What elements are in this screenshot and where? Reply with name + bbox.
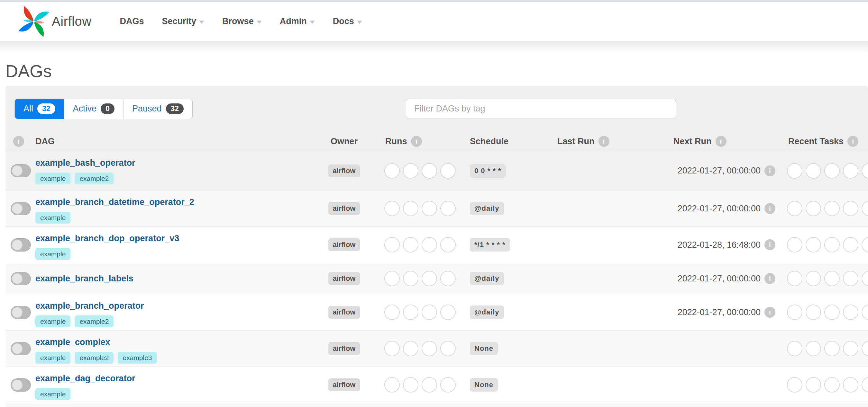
run-status-circle[interactable] bbox=[384, 237, 400, 252]
pause-toggle[interactable] bbox=[10, 272, 31, 285]
nav-item-security[interactable]: Security bbox=[162, 16, 205, 26]
column-header-owner[interactable]: Owner bbox=[321, 132, 367, 151]
run-status-circle[interactable] bbox=[403, 305, 418, 320]
run-status-circle[interactable] bbox=[422, 377, 437, 393]
run-status-circle[interactable] bbox=[403, 163, 418, 179]
recent-task-circle[interactable] bbox=[862, 341, 868, 356]
nav-item-dags[interactable]: DAGs bbox=[120, 16, 144, 26]
recent-task-circle[interactable] bbox=[843, 271, 858, 286]
column-header-dag[interactable]: DAG bbox=[34, 132, 321, 151]
nav-item-browse[interactable]: Browse bbox=[222, 16, 262, 26]
recent-task-circle[interactable] bbox=[787, 237, 802, 252]
dag-link[interactable]: example_branch_dop_operator_v3 bbox=[35, 233, 179, 243]
recent-task-circle[interactable] bbox=[862, 305, 868, 320]
dag-tag[interactable]: example2 bbox=[74, 352, 114, 364]
dag-link[interactable]: example_branch_operator bbox=[35, 301, 144, 311]
recent-task-circle[interactable] bbox=[862, 201, 868, 216]
run-status-circle[interactable] bbox=[422, 163, 437, 179]
dag-tag[interactable]: example bbox=[35, 172, 70, 184]
recent-task-circle[interactable] bbox=[843, 237, 858, 252]
recent-task-circle[interactable] bbox=[824, 377, 840, 393]
pause-toggle[interactable] bbox=[10, 238, 31, 251]
recent-task-circle[interactable] bbox=[787, 201, 802, 216]
dag-link[interactable]: example_complex bbox=[35, 337, 110, 347]
run-status-circle[interactable] bbox=[440, 163, 456, 179]
run-status-circle[interactable] bbox=[440, 271, 456, 286]
column-header-schedule[interactable]: Schedule bbox=[463, 132, 547, 151]
recent-task-circle[interactable] bbox=[843, 163, 858, 179]
run-status-circle[interactable] bbox=[440, 377, 456, 393]
recent-task-circle[interactable] bbox=[843, 377, 858, 393]
recent-task-circle[interactable] bbox=[824, 305, 840, 320]
recent-task-circle[interactable] bbox=[787, 271, 802, 286]
run-status-circle[interactable] bbox=[422, 305, 437, 320]
dag-link[interactable]: example_branch_datetime_operator_2 bbox=[35, 197, 194, 207]
nav-item-docs[interactable]: Docs bbox=[333, 16, 362, 26]
pause-toggle[interactable] bbox=[10, 164, 31, 177]
recent-task-circle[interactable] bbox=[862, 377, 868, 393]
run-status-circle[interactable] bbox=[403, 377, 418, 393]
run-status-circle[interactable] bbox=[384, 271, 400, 286]
run-status-circle[interactable] bbox=[440, 305, 456, 320]
dag-tag[interactable]: example3 bbox=[118, 352, 157, 364]
recent-task-circle[interactable] bbox=[824, 271, 840, 286]
run-status-circle[interactable] bbox=[403, 201, 418, 216]
recent-task-circle[interactable] bbox=[862, 163, 868, 179]
run-status-circle[interactable] bbox=[403, 341, 418, 356]
run-status-circle[interactable] bbox=[422, 271, 437, 286]
run-status-circle[interactable] bbox=[384, 377, 400, 393]
recent-task-circle[interactable] bbox=[806, 271, 821, 286]
dag-link[interactable]: example_bash_operator bbox=[35, 158, 135, 168]
pause-toggle[interactable] bbox=[10, 306, 31, 319]
airflow-logo[interactable]: Airflow bbox=[18, 5, 92, 38]
recent-task-circle[interactable] bbox=[787, 305, 802, 320]
run-status-circle[interactable] bbox=[384, 163, 400, 179]
recent-task-circle[interactable] bbox=[806, 237, 821, 252]
run-status-circle[interactable] bbox=[440, 341, 456, 356]
dag-tag[interactable]: example2 bbox=[74, 172, 114, 184]
recent-task-circle[interactable] bbox=[824, 201, 840, 216]
nav-item-admin[interactable]: Admin bbox=[280, 16, 315, 26]
recent-task-circle[interactable] bbox=[862, 237, 868, 252]
dag-tag[interactable]: example bbox=[35, 248, 70, 260]
run-status-circle[interactable] bbox=[440, 237, 456, 252]
dag-link[interactable]: example_dag_decorator bbox=[35, 373, 135, 383]
dag-tag[interactable]: example bbox=[35, 212, 70, 224]
recent-task-circle[interactable] bbox=[843, 305, 858, 320]
run-status-circle[interactable] bbox=[440, 201, 456, 216]
recent-task-circle[interactable] bbox=[806, 377, 821, 393]
run-status-circle[interactable] bbox=[422, 201, 437, 216]
recent-task-circle[interactable] bbox=[824, 237, 840, 252]
tab-active[interactable]: Active 0 bbox=[64, 99, 123, 119]
run-status-circle[interactable] bbox=[384, 201, 400, 216]
run-status-circle[interactable] bbox=[384, 341, 400, 356]
recent-task-circle[interactable] bbox=[824, 341, 840, 356]
recent-task-circle[interactable] bbox=[806, 341, 821, 356]
run-status-circle[interactable] bbox=[422, 237, 437, 252]
recent-task-circle[interactable] bbox=[843, 201, 858, 216]
run-status-circle[interactable] bbox=[384, 305, 400, 320]
recent-task-circle[interactable] bbox=[787, 341, 802, 356]
pause-toggle[interactable] bbox=[10, 202, 31, 215]
filter-dags-by-tag-input[interactable] bbox=[406, 99, 676, 119]
tab-all[interactable]: All 32 bbox=[15, 99, 64, 119]
dag-tag[interactable]: example bbox=[35, 315, 70, 327]
dag-tag[interactable]: example2 bbox=[74, 315, 114, 327]
recent-task-circle[interactable] bbox=[787, 163, 802, 179]
recent-task-circle[interactable] bbox=[787, 377, 802, 393]
recent-task-circle[interactable] bbox=[843, 341, 858, 356]
recent-task-circle[interactable] bbox=[824, 163, 840, 179]
recent-task-circle[interactable] bbox=[806, 201, 821, 216]
recent-task-circle[interactable] bbox=[806, 305, 821, 320]
pause-toggle[interactable] bbox=[10, 378, 31, 392]
tab-paused[interactable]: Paused 32 bbox=[123, 99, 192, 119]
dag-link[interactable]: example_branch_labels bbox=[35, 273, 133, 284]
run-status-circle[interactable] bbox=[422, 341, 437, 356]
run-status-circle[interactable] bbox=[403, 237, 418, 252]
recent-task-circle[interactable] bbox=[806, 163, 821, 179]
pause-toggle[interactable] bbox=[10, 342, 31, 355]
dag-tag[interactable]: example bbox=[35, 388, 70, 400]
run-status-circle[interactable] bbox=[403, 271, 418, 286]
recent-task-circle[interactable] bbox=[862, 271, 868, 286]
dag-tag[interactable]: example bbox=[35, 352, 70, 364]
